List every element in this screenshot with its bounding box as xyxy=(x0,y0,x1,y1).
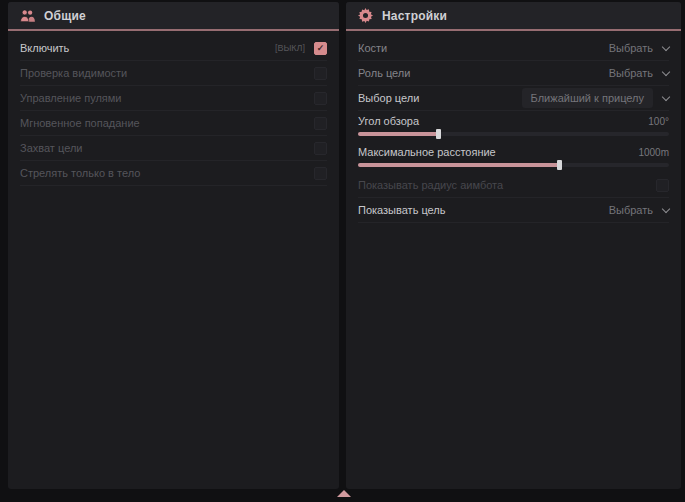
target-role-dropdown-value: Выбрать xyxy=(609,67,653,79)
show-target-dropdown-value: Выбрать xyxy=(609,204,653,216)
row-instant-hit-label: Мгновенное попадание xyxy=(20,117,140,129)
row-target-lock-label: Захват цели xyxy=(20,142,82,154)
row-show-target: Показывать цель Выбрать xyxy=(358,198,669,223)
target-selection-dropdown[interactable]: Ближайший к прицелу xyxy=(522,88,669,108)
row-bullet-control: Управление пулями xyxy=(20,86,327,111)
gear-icon xyxy=(358,8,373,23)
bones-dropdown-value: Выбрать xyxy=(609,42,653,54)
enable-checkbox[interactable] xyxy=(314,42,327,55)
row-target-role-label: Роль цели xyxy=(358,67,410,79)
panel-settings: Настройки Кости Выбрать Роль цели Выбрат… xyxy=(346,2,681,489)
fov-value: 100° xyxy=(648,116,669,127)
max-distance-slider-fill xyxy=(358,163,560,167)
max-distance-slider-thumb[interactable] xyxy=(557,160,562,170)
body-only-checkbox[interactable] xyxy=(314,167,327,180)
row-visibility-check: Проверка видимости xyxy=(20,61,327,86)
panel-settings-title: Настройки xyxy=(382,9,447,23)
bones-dropdown[interactable]: Выбрать xyxy=(609,42,669,54)
chevron-down-icon xyxy=(662,204,670,212)
row-max-distance-label: Максимальное расстояние xyxy=(358,146,496,158)
row-instant-hit: Мгновенное попадание xyxy=(20,111,327,136)
row-target-selection: Выбор цели Ближайший к прицелу xyxy=(358,86,669,111)
row-show-aimbot-radius-label: Показывать радиус аимбота xyxy=(358,179,503,191)
visibility-check-checkbox[interactable] xyxy=(314,67,327,80)
row-target-selection-label: Выбор цели xyxy=(358,92,419,104)
fov-slider-thumb[interactable] xyxy=(436,129,441,139)
scroll-up-arrow-icon[interactable] xyxy=(337,490,351,497)
panel-settings-header: Настройки xyxy=(346,2,681,31)
chevron-down-icon xyxy=(662,92,670,100)
row-bullet-control-label: Управление пулями xyxy=(20,92,122,104)
panel-general-header: Общие xyxy=(8,2,339,31)
users-icon xyxy=(20,9,35,23)
row-target-role: Роль цели Выбрать xyxy=(358,61,669,86)
chevron-down-icon xyxy=(662,67,670,75)
row-show-aimbot-radius: Показывать радиус аимбота xyxy=(358,173,669,198)
row-bones: Кости Выбрать xyxy=(358,36,669,61)
bullet-control-checkbox[interactable] xyxy=(314,92,327,105)
panel-general: Общие Включить [ВЫКЛ] Проверка видимости… xyxy=(8,2,339,489)
target-role-dropdown[interactable]: Выбрать xyxy=(609,67,669,79)
row-fov: Угол обзора 100° xyxy=(358,111,669,142)
row-target-lock: Захват цели xyxy=(20,136,327,161)
max-distance-value: 1000m xyxy=(638,147,669,158)
row-enable-label: Включить xyxy=(20,42,69,54)
row-visibility-check-label: Проверка видимости xyxy=(20,67,127,79)
row-bones-label: Кости xyxy=(358,42,387,54)
fov-slider-fill xyxy=(358,132,439,136)
row-show-target-label: Показывать цель xyxy=(358,204,446,216)
target-lock-checkbox[interactable] xyxy=(314,142,327,155)
max-distance-slider[interactable] xyxy=(358,163,669,167)
show-aimbot-radius-checkbox[interactable] xyxy=(656,179,669,192)
row-max-distance: Максимальное расстояние 1000m xyxy=(358,142,669,173)
row-body-only: Стрелять только в тело xyxy=(20,161,327,186)
row-body-only-label: Стрелять только в тело xyxy=(20,167,140,179)
row-fov-label: Угол обзора xyxy=(358,115,419,127)
instant-hit-checkbox[interactable] xyxy=(314,117,327,130)
chevron-down-icon xyxy=(662,42,670,50)
show-target-dropdown[interactable]: Выбрать xyxy=(609,204,669,216)
keybind-tag: [ВЫКЛ] xyxy=(275,43,305,53)
row-enable: Включить [ВЫКЛ] xyxy=(20,36,327,61)
fov-slider[interactable] xyxy=(358,132,669,136)
panel-settings-body: Кости Выбрать Роль цели Выбрать Выбор це… xyxy=(346,31,681,223)
panel-general-title: Общие xyxy=(44,9,86,23)
panel-general-body: Включить [ВЫКЛ] Проверка видимости Управ… xyxy=(8,31,339,186)
target-selection-dropdown-value: Ближайший к прицелу xyxy=(522,88,653,108)
